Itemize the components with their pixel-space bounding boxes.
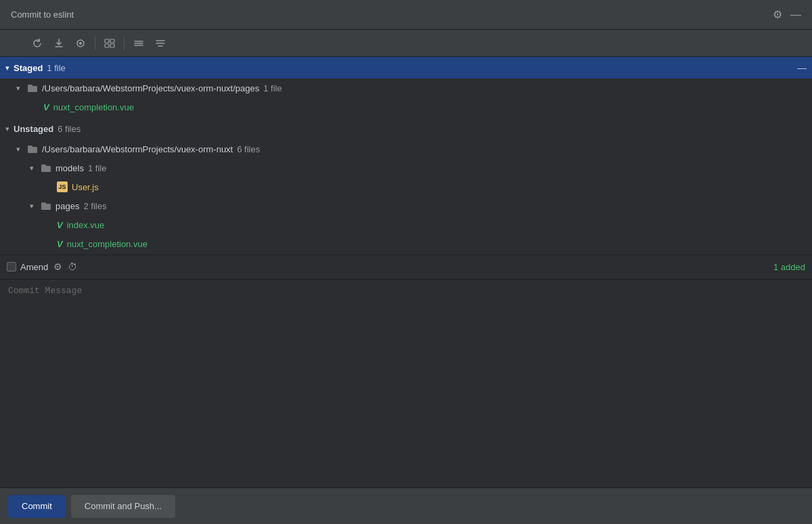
svg-point-1 xyxy=(79,42,82,45)
amend-label: Amend xyxy=(20,262,48,272)
staged-chevron-icon: ▾ xyxy=(5,64,9,72)
amend-settings-icon[interactable]: ⚙ xyxy=(53,261,62,272)
unstaged-chevron-icon: ▾ xyxy=(5,125,9,133)
title-bar-controls: ⚙ — xyxy=(773,8,801,21)
vue-icon-staged: V xyxy=(43,102,49,112)
models-folder-name: models xyxy=(55,163,84,173)
amend-icons: ⚙ ⏱ xyxy=(53,261,77,272)
main-window: Commit to eslint ⚙ — xyxy=(0,0,812,524)
svg-rect-2 xyxy=(105,39,109,43)
settings-icon[interactable]: ⚙ xyxy=(773,8,782,21)
models-chevron-icon: ▾ xyxy=(30,164,38,173)
staged-section-header[interactable]: ▾ Staged 1 file — xyxy=(0,57,812,79)
unstaged-file-nuxt-completion[interactable]: V nuxt_completion.vue xyxy=(0,234,812,253)
title-bar: Commit to eslint ⚙ — xyxy=(0,0,812,30)
show-diff-button[interactable] xyxy=(70,34,91,53)
file-tree: ▾ Staged 1 file — ▾ /Users/barbara/Webst… xyxy=(0,57,812,255)
unstaged-folder-icon xyxy=(27,144,38,154)
unstaged-file-user-js[interactable]: JS User.js xyxy=(0,177,812,196)
pages-folder-icon xyxy=(41,200,51,211)
vue-icon-index: V xyxy=(57,220,63,230)
amend-checkbox[interactable] xyxy=(7,262,16,271)
pages-folder-name: pages xyxy=(55,201,79,211)
toolbar-separator-2 xyxy=(124,37,125,50)
unstaged-label: Unstaged xyxy=(14,124,53,134)
staged-path-chevron-icon: ▾ xyxy=(16,84,24,93)
staged-collapse-icon[interactable]: — xyxy=(797,62,807,73)
minimize-icon[interactable]: — xyxy=(790,9,801,21)
svg-rect-3 xyxy=(110,39,114,43)
models-folder-icon xyxy=(41,162,51,173)
collapse-button[interactable] xyxy=(150,34,171,53)
group-button[interactable] xyxy=(99,34,120,53)
commit-message-input[interactable] xyxy=(0,280,812,488)
download-button[interactable] xyxy=(49,34,69,53)
staged-filename: nuxt_completion.vue xyxy=(53,102,134,112)
pages-file-count: 2 files xyxy=(83,201,106,211)
toolbar xyxy=(0,30,812,57)
staged-path-row[interactable]: ▾ /Users/barbara/WebstormProjects/vuex-o… xyxy=(0,79,812,97)
amend-history-icon[interactable]: ⏱ xyxy=(68,261,77,272)
expand-button[interactable] xyxy=(129,34,149,53)
unstaged-path-row[interactable]: ▾ /Users/barbara/WebstormProjects/vuex-o… xyxy=(0,139,812,158)
vue-icon-nuxt: V xyxy=(57,239,63,249)
staged-label: Staged xyxy=(14,63,43,73)
unstaged-file-index-vue[interactable]: V index.vue xyxy=(0,215,812,234)
models-file-count: 1 file xyxy=(88,163,106,173)
nuxt-completion-vue-filename: nuxt_completion.vue xyxy=(67,239,148,249)
unstaged-path-chevron-icon: ▾ xyxy=(16,145,24,154)
staged-file-count: 1 file xyxy=(47,63,65,73)
svg-rect-5 xyxy=(110,44,114,47)
staged-path-file-count: 1 file xyxy=(263,83,281,93)
svg-rect-4 xyxy=(105,44,109,47)
toolbar-separator-1 xyxy=(95,37,95,50)
unstaged-path-file-count: 6 files xyxy=(237,144,260,154)
js-badge-icon: JS xyxy=(57,181,68,192)
unstaged-file-count: 6 files xyxy=(58,124,81,134)
staged-folder-icon xyxy=(27,83,38,93)
unstaged-section-header[interactable]: ▾ Unstaged 6 files xyxy=(0,118,812,139)
commit-message-area[interactable]: Commit Message xyxy=(0,279,812,488)
unstaged-path-text: /Users/barbara/WebstormProjects/vuex-orm… xyxy=(42,144,233,154)
user-js-filename: User.js xyxy=(72,182,99,192)
index-vue-filename: index.vue xyxy=(67,220,105,230)
commit-button[interactable]: Commit xyxy=(8,495,66,518)
staged-file-nuxt-completion[interactable]: V nuxt_completion.vue xyxy=(0,97,812,116)
unstaged-models-folder[interactable]: ▾ models 1 file xyxy=(0,158,812,177)
window-title: Commit to eslint xyxy=(11,9,74,20)
commit-and-push-button[interactable]: Commit and Push... xyxy=(71,495,175,518)
staged-path-text: /Users/barbara/WebstormProjects/vuex-orm… xyxy=(42,83,259,93)
unstaged-pages-folder[interactable]: ▾ pages 2 files xyxy=(0,196,812,215)
amend-row: Amend ⚙ ⏱ 1 added xyxy=(0,255,812,279)
pages-chevron-icon: ▾ xyxy=(30,202,38,211)
refresh-button[interactable] xyxy=(27,34,47,53)
update-project-button[interactable] xyxy=(5,34,26,53)
bottom-bar: Commit Commit and Push... xyxy=(0,487,812,524)
added-badge: 1 added xyxy=(773,262,805,272)
